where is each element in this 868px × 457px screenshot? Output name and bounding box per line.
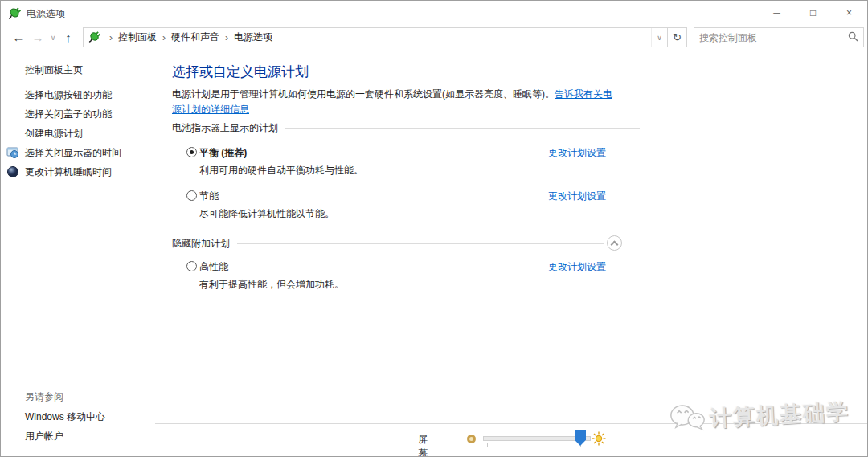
section-hidden-plans-header: 隐藏附加计划: [172, 238, 604, 249]
display-clock-icon: [6, 146, 19, 161]
sidebar-item-create-plan[interactable]: 创建电源计划: [1, 124, 172, 143]
main-content: 选择或自定义电源计划 电源计划是用于管理计算机如何使用电源的一套硬件和系统设置(…: [172, 50, 654, 456]
address-bar[interactable]: › 控制面板 › 硬件和声音 › 电源选项 ∨: [83, 27, 668, 47]
sidebar-task-list: 选择电源按钮的功能 选择关闭盖子的功能 创建电源计划 选择关闭显示器的时间: [1, 85, 172, 182]
power-saver-radio[interactable]: [186, 190, 197, 201]
change-plan-settings-link[interactable]: 更改计划设置: [548, 260, 606, 274]
watermark: 计算机基础学: [669, 394, 850, 437]
address-dropdown-chevron-icon[interactable]: ∨: [651, 28, 667, 47]
change-plan-settings-link[interactable]: 更改计划设置: [548, 146, 606, 160]
search-input[interactable]: [699, 32, 848, 43]
breadcrumb-separator: ›: [162, 32, 166, 43]
slider-tick: [487, 443, 488, 447]
search-icon[interactable]: [848, 31, 858, 44]
power-plug-icon: [88, 31, 100, 45]
plan-description: 有利于提高性能，但会增加功耗。: [199, 278, 344, 292]
see-also-header: 另请参阅: [25, 390, 63, 404]
bottom-separator: [155, 423, 867, 424]
breadcrumb-separator: ›: [225, 32, 228, 43]
section-rule: [237, 243, 604, 244]
plan-name[interactable]: 平衡 (推荐): [199, 146, 247, 160]
power-plug-icon: [8, 6, 21, 22]
refresh-button[interactable]: ↻: [668, 27, 687, 47]
sidebar-item-label: 选择关闭显示器的时间: [25, 146, 121, 160]
sidebar-item-user-accounts[interactable]: 用户帐户: [25, 430, 63, 443]
sidebar-item-lid-close[interactable]: 选择关闭盖子的功能: [1, 104, 172, 124]
sidebar-item-display-off-time[interactable]: 选择关闭显示器的时间: [1, 143, 172, 162]
watermark-text: 计算机基础学: [709, 397, 850, 433]
section-rule: [285, 128, 640, 129]
window-controls: ─ □ ×: [759, 1, 867, 25]
minimize-button[interactable]: ─: [759, 1, 795, 25]
recent-pages-chevron-icon[interactable]: ∨: [47, 34, 59, 42]
sidebar-item-windows-mobility-center[interactable]: Windows 移动中心: [25, 410, 105, 424]
up-icon[interactable]: ↑: [59, 31, 78, 44]
maximize-button[interactable]: □: [795, 1, 831, 25]
brightness-bright-sun-icon: [592, 431, 606, 448]
title-bar: 电源选项 ─ □ ×: [1, 1, 867, 25]
search-box[interactable]: [694, 27, 864, 47]
sleep-moon-icon: [6, 165, 19, 181]
breadcrumb-hardware-sound[interactable]: 硬件和声音: [171, 31, 219, 44]
section-label: 电池指示器上显示的计划: [172, 121, 278, 135]
sidebar-item-label: 选择关闭盖子的功能: [25, 108, 112, 121]
forward-icon[interactable]: →: [28, 31, 47, 44]
section-battery-plans-header: 电池指示器上显示的计划: [172, 122, 640, 133]
balanced-radio[interactable]: [186, 147, 197, 157]
close-button[interactable]: ×: [831, 1, 867, 25]
navigation-bar: ← → ∨ ↑ › 控制面板 › 硬件和声音 › 电源选项 ∨ ↻: [1, 25, 867, 50]
plan-name[interactable]: 节能: [199, 190, 219, 203]
breadcrumb-power-options[interactable]: 电源选项: [234, 31, 272, 44]
sidebar-item-label: 更改计算机睡眠时间: [25, 165, 112, 179]
page-title: 选择或自定义电源计划: [172, 63, 309, 81]
intro-text: 电源计划是用于管理计算机如何使用电源的一套硬件和系统设置(如显示器亮度、睡眠等)…: [172, 87, 620, 117]
power-options-window: 电源选项 ─ □ × ← → ∨ ↑ › 控制面板 › 硬件和声音: [0, 0, 868, 457]
back-icon[interactable]: ←: [9, 31, 28, 44]
sidebar: 控制面板主页 选择电源按钮的功能 选择关闭盖子的功能 创建电源计划: [1, 50, 172, 456]
brightness-slider-track[interactable]: [483, 436, 591, 441]
sidebar-item-label: 创建电源计划: [25, 127, 83, 141]
section-label: 隐藏附加计划: [172, 237, 230, 251]
sidebar-item-label: 选择电源按钮的功能: [25, 88, 112, 102]
chevron-up-icon: [611, 240, 619, 248]
window-title: 电源选项: [27, 7, 65, 21]
brightness-dim-sun-icon: [467, 435, 476, 443]
intro-body: 电源计划是用于管理计算机如何使用电源的一套硬件和系统设置(如显示器亮度、睡眠等)…: [172, 88, 555, 100]
change-plan-settings-link[interactable]: 更改计划设置: [548, 190, 606, 203]
collapse-section-button[interactable]: [607, 235, 622, 251]
plan-description: 尽可能降低计算机性能以节能。: [199, 207, 334, 221]
sidebar-item-control-panel-home[interactable]: 控制面板主页: [25, 63, 83, 77]
high-performance-radio[interactable]: [186, 261, 197, 271]
breadcrumb-separator: ›: [109, 32, 113, 43]
plan-name[interactable]: 高性能: [199, 260, 228, 274]
plan-description: 利用可用的硬件自动平衡功耗与性能。: [199, 164, 363, 177]
sidebar-item-power-buttons[interactable]: 选择电源按钮的功能: [1, 85, 172, 104]
wechat-bubbles-icon: [669, 402, 706, 437]
brightness-label: 屏幕亮度:: [418, 433, 430, 457]
sidebar-item-sleep-time[interactable]: 更改计算机睡眠时间: [1, 162, 172, 182]
breadcrumb-control-panel[interactable]: 控制面板: [118, 31, 157, 44]
